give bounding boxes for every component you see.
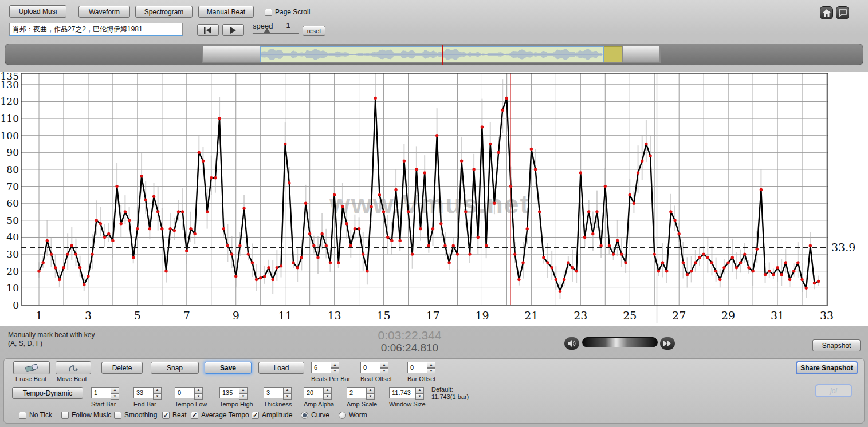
window-size-spinner[interactable]: 11.743 ▲▼ [389,387,424,398]
fast-forward-icon[interactable] [660,337,675,350]
spin-up-icon[interactable]: ▲ [331,362,339,368]
volume-slider[interactable] [582,337,658,347]
bar-offset-value[interactable]: 0 [407,362,427,373]
spin-down-icon[interactable]: ▼ [153,393,162,400]
manual-beat-button[interactable]: Manual Beat [198,6,254,18]
spin-up-icon[interactable]: ▲ [153,387,162,393]
spin-up-icon[interactable]: ▲ [415,387,424,393]
spin-down-icon[interactable]: ▼ [427,368,435,374]
beat-offset-value[interactable]: 0 [360,362,380,373]
svg-text:3: 3 [85,309,92,322]
share-snapshot-button[interactable]: Share Snapshot [796,361,858,374]
start-bar-spinner[interactable]: 1 ▲▼ [91,387,119,398]
erase-beat-label: Erase Beat [15,375,46,382]
beats-per-bar-spinner[interactable]: 6 ▲▼ [311,362,339,373]
smoothing-checkbox[interactable]: Smoothing [114,411,157,419]
piece-title-input[interactable] [9,23,183,36]
spectrogram-button[interactable]: Spectrogram [135,6,193,18]
rewind-button[interactable] [197,24,219,36]
amplitude-checkbox[interactable]: Amplitude [252,411,292,419]
tempo-low-value[interactable]: 0 [175,387,194,398]
tempo-high-value[interactable]: 135 [219,387,239,398]
checkbox-box[interactable] [191,412,198,419]
end-bar-value[interactable]: 33 [133,387,153,398]
end-bar-spinner[interactable]: 33 ▲▼ [133,387,162,398]
follow-music-checkbox[interactable]: Follow Music [61,411,111,419]
control-panel: Erase Beat Move Beat Delete Snap Save Lo… [3,358,865,424]
no-tick-checkbox[interactable]: No Tick [19,411,52,419]
spin-down-icon[interactable]: ▼ [366,393,375,400]
amp-alpha-value[interactable]: 20 [304,387,323,398]
amp-scale-value[interactable]: 2 [347,387,366,398]
page-scroll-checkbox[interactable]: Page Scroll [265,8,310,16]
upload-music-button[interactable]: Upload Musi [9,5,66,18]
tempo-dynamic-button[interactable]: Tempo-Dynamic [12,387,83,399]
spin-up-icon[interactable]: ▲ [239,387,248,393]
spin-down-icon[interactable]: ▼ [239,393,248,400]
tempo-low-spinner[interactable]: 0 ▲▼ [175,387,203,398]
spin-up-icon[interactable]: ▲ [323,387,332,393]
spin-up-icon[interactable]: ▲ [194,387,203,393]
spin-down-icon[interactable]: ▼ [380,368,388,374]
checkbox-box[interactable] [114,412,121,419]
thickness-value[interactable]: 3 [264,387,283,398]
checkbox-box[interactable] [162,412,170,419]
window-size-value[interactable]: 11.743 [389,387,415,398]
move-beat-button[interactable] [56,361,91,374]
spin-up-icon[interactable]: ▲ [283,387,292,393]
amp-alpha-spinner[interactable]: 20 ▲▼ [304,387,332,398]
start-bar-value[interactable]: 1 [91,387,111,398]
beat-checkbox[interactable]: Beat [162,411,187,419]
bar-offset-spinner[interactable]: 0 ▲▼ [407,362,435,373]
waveform-button[interactable]: Waveform [78,6,130,18]
radio-dot[interactable] [339,412,346,419]
radio-dot[interactable] [301,412,308,419]
spin-up-icon[interactable]: ▲ [111,387,119,393]
spin-down-icon[interactable]: ▼ [415,393,424,400]
tempo-chart[interactable]: www.Vmus.net33.9010203040506070809010011… [0,72,868,326]
spin-down-icon[interactable]: ▼ [323,393,332,400]
waveform-playhead[interactable] [442,45,443,65]
svg-text:11: 11 [278,309,292,322]
spin-down-icon[interactable]: ▼ [194,393,203,400]
spin-down-icon[interactable]: ▼ [283,393,292,400]
checkbox-box[interactable] [61,412,69,419]
beat-offset-spinner[interactable]: 0 ▲▼ [360,362,388,373]
svg-text:25: 25 [623,309,637,322]
waveform-window-segment[interactable] [604,46,622,62]
speed-slider[interactable] [253,33,299,34]
checkbox-box[interactable] [265,9,272,16]
waveform-scroll-right[interactable] [622,46,660,62]
waveform-scroll-left[interactable] [203,46,260,62]
tempo-high-spinner[interactable]: 135 ▲▼ [219,387,248,398]
home-icon[interactable] [820,6,833,19]
amp-scale-label: Amp Scale [347,401,377,408]
amp-scale-spinner[interactable]: 2 ▲▼ [347,387,375,398]
spin-down-icon[interactable]: ▼ [111,393,119,400]
chat-icon[interactable] [836,6,849,19]
beats-per-bar-value[interactable]: 6 [311,362,331,373]
tempo-chart-svg[interactable]: www.Vmus.net33.9010203040506070809010011… [0,72,868,326]
delete-button[interactable]: Delete [101,362,143,374]
erase-beat-button[interactable] [13,361,50,374]
checkbox-box[interactable] [252,412,259,419]
spin-up-icon[interactable]: ▲ [366,387,375,393]
curve-radio[interactable]: Curve [301,411,329,419]
worm-radio[interactable]: Worm [339,411,367,419]
thickness-spinner[interactable]: 3 ▲▼ [264,387,292,398]
spin-up-icon[interactable]: ▲ [380,362,388,368]
spin-up-icon[interactable]: ▲ [427,362,435,368]
snap-button[interactable]: Snap [151,362,199,374]
checkbox-box[interactable] [19,412,26,419]
spin-down-icon[interactable]: ▼ [331,368,339,374]
waveform-selection[interactable] [260,46,604,62]
speed-slider-handle[interactable] [264,28,270,33]
volume-icon[interactable] [564,337,579,350]
load-button[interactable]: Load [258,362,304,374]
snapshot-button[interactable]: Snapshot [812,339,861,351]
reset-speed-button[interactable]: reset [303,26,325,36]
save-button[interactable]: Save [205,362,252,374]
waveform-track[interactable] [202,46,661,63]
average-tempo-checkbox[interactable]: Average Tempo [191,411,249,419]
play-button[interactable] [222,24,244,36]
